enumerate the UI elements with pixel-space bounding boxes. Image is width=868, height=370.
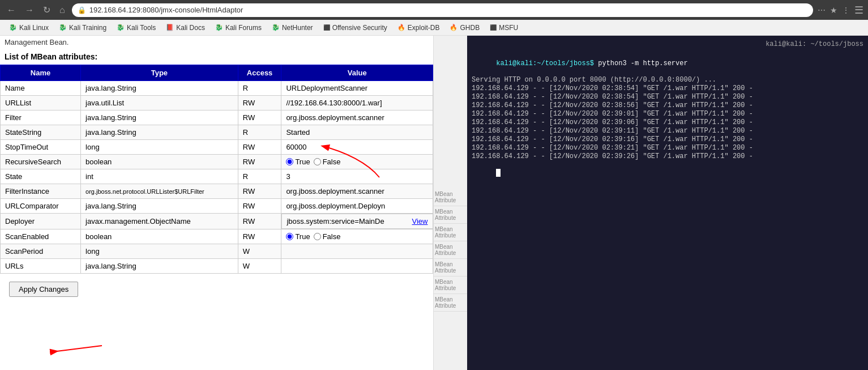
- attr-access: RW: [238, 184, 281, 199]
- bookmark-exploit-db[interactable]: 🔥 Exploit-DB: [393, 22, 444, 33]
- bookmark-nethunter-label: NetHunter: [282, 24, 313, 32]
- terminal-cursor-line: [472, 161, 863, 185]
- terminal-cursor: [496, 169, 501, 177]
- kali-tools-icon: 🐉: [117, 24, 125, 31]
- deployer-input[interactable]: [287, 217, 409, 226]
- arrow-apply: [45, 337, 113, 360]
- col-header-type: Type: [81, 65, 238, 81]
- kali-docs-icon: 📕: [166, 24, 174, 31]
- attr-value: True False: [281, 155, 433, 169]
- home-button[interactable]: ⌂: [57, 3, 67, 18]
- table-row: URLList java.util.List RW: [1, 96, 433, 110]
- bookmark-kali-docs-label: Kali Docs: [176, 24, 205, 32]
- table-row: FilterInstance org.jboss.net.protocol.UR…: [1, 184, 433, 199]
- urls-input[interactable]: [286, 262, 428, 270]
- attr-name: RecursiveSearch: [1, 155, 81, 169]
- kali-training-icon: 🐉: [59, 24, 67, 31]
- attr-type: java.util.List: [81, 96, 238, 110]
- attr-name: StopTimeOut: [1, 140, 81, 155]
- address-bar[interactable]: 🔒 192.168.64.129:8080/jmx-console/HtmlAd…: [72, 3, 813, 17]
- recursive-search-true-radio[interactable]: [286, 158, 293, 165]
- bookmark-nethunter[interactable]: 🐉 NetHunter: [267, 22, 318, 33]
- table-row: URLs java.lang.String W: [1, 259, 433, 274]
- attr-access: R: [238, 169, 281, 184]
- attr-type: boolean: [81, 155, 238, 169]
- scan-enabled-true-radio[interactable]: [286, 233, 293, 240]
- menu-button[interactable]: ⋮: [842, 6, 850, 15]
- extensions-button[interactable]: ⋯: [818, 6, 826, 15]
- attr-type: java.lang.String: [81, 81, 238, 96]
- col-header-value: Value: [281, 65, 433, 81]
- filter-input[interactable]: [286, 113, 428, 122]
- bookmark-kali-forums[interactable]: 🐉 Kali Forums: [211, 22, 266, 33]
- terminal-title-bar: kali@kali: ~/tools/jboss: [472, 40, 863, 48]
- attr-name: URLs: [1, 259, 81, 274]
- bookmark-kali-linux[interactable]: 🐉 Kali Linux: [5, 22, 53, 33]
- bookmark-button[interactable]: ★: [830, 6, 837, 15]
- terminal-prompt-text: kali@kali:~/tools/jboss$: [496, 59, 594, 67]
- urllist-input[interactable]: [286, 99, 428, 107]
- terminal-log-container: 192.168.64.129 - - [12/Nov/2020 02:38:54…: [472, 84, 863, 160]
- table-row: StateString java.lang.String R Started: [1, 125, 433, 140]
- bookmark-kali-training[interactable]: 🐉 Kali Training: [54, 22, 111, 33]
- bookmark-offensive-security-label: Offensive Security: [332, 24, 387, 32]
- attr-access: RW: [238, 199, 281, 214]
- bookmark-kali-linux-label: Kali Linux: [19, 24, 49, 32]
- bookmark-kali-tools[interactable]: 🐉 Kali Tools: [112, 22, 160, 33]
- recursive-search-false-label[interactable]: False: [314, 158, 341, 166]
- table-row: Deployer javax.management.ObjectName RW …: [1, 214, 433, 229]
- attr-name: State: [1, 169, 81, 184]
- bookmarks-bar: 🐉 Kali Linux 🐉 Kali Training 🐉 Kali Tool…: [0, 20, 868, 36]
- reload-button[interactable]: ↻: [41, 2, 53, 18]
- address-text: 192.168.64.129:8080/jmx-console/HtmlAdap…: [89, 6, 243, 14]
- scan-enabled-false-label[interactable]: False: [314, 232, 341, 241]
- attr-name: FilterInstance: [1, 184, 81, 199]
- main-content: Management Bean. List of MBean attribute…: [0, 36, 868, 370]
- attr-value: 3: [281, 169, 433, 184]
- bookmark-ghdb-label: GHDB: [460, 24, 480, 32]
- back-button[interactable]: ←: [5, 3, 18, 18]
- attr-type: java.lang.String: [81, 110, 238, 125]
- deployer-view-link[interactable]: View: [412, 217, 428, 226]
- apply-changes-button[interactable]: Apply Changes: [9, 282, 78, 297]
- browser-actions: ⋯ ★ ⋮ ☰: [818, 4, 863, 16]
- scan-enabled-false-radio[interactable]: [314, 233, 321, 240]
- attr-type: long: [81, 244, 238, 259]
- bookmark-offensive-security[interactable]: ⬛ Offensive Security: [319, 22, 392, 33]
- browser-chrome: ← → ↻ ⌂ 🔒 192.168.64.129:8080/jmx-consol…: [0, 0, 868, 20]
- scanperiod-input[interactable]: [286, 247, 428, 256]
- terminal-prompt-line: kali@kali:~/tools/jboss$ python3 -m http…: [472, 52, 863, 75]
- urlcomparator-input[interactable]: [286, 202, 428, 210]
- attr-type: org.jboss.net.protocol.URLLister$URLFilt…: [81, 184, 238, 199]
- attr-access: W: [238, 244, 281, 259]
- management-bean-label: Management Bean.: [5, 38, 69, 46]
- attr-type: java.lang.String: [81, 125, 238, 140]
- table-row: ScanEnabled boolean RW True: [1, 229, 433, 244]
- bookmark-kali-docs[interactable]: 📕 Kali Docs: [161, 22, 209, 33]
- attr-name: Filter: [1, 110, 81, 125]
- attr-value[interactable]: [281, 140, 433, 155]
- table-row: ScanPeriod long W: [1, 244, 433, 259]
- bookmark-ghdb[interactable]: 🔥 GHDB: [445, 22, 484, 33]
- attr-type: java.lang.String: [81, 259, 238, 274]
- table-container: List of MBean attributes:: [0, 49, 433, 339]
- table-row: State int R 3: [1, 169, 433, 184]
- recursive-search-true-label[interactable]: True: [286, 158, 310, 166]
- attr-value[interactable]: [281, 244, 433, 259]
- attr-type: java.lang.String: [81, 199, 238, 214]
- filterinstance-input[interactable]: [286, 187, 428, 195]
- attr-value[interactable]: [281, 184, 433, 199]
- attr-name: Name: [1, 81, 81, 96]
- attr-value[interactable]: [281, 96, 433, 110]
- attr-access: RW: [238, 110, 281, 125]
- attr-value[interactable]: [281, 199, 433, 214]
- forward-button[interactable]: →: [23, 3, 36, 18]
- bookmark-msfu[interactable]: ⬛ MSFU: [485, 22, 523, 33]
- recursive-search-false-radio[interactable]: [314, 158, 321, 165]
- attr-value: URLDeploymentScanner: [281, 81, 433, 96]
- attr-value[interactable]: [281, 110, 433, 125]
- stoptimeout-input[interactable]: [286, 143, 428, 151]
- attr-value[interactable]: [281, 259, 433, 274]
- scan-enabled-true-label[interactable]: True: [286, 232, 310, 241]
- mbean-sidebar-item: MBean Attribute: [434, 189, 467, 206]
